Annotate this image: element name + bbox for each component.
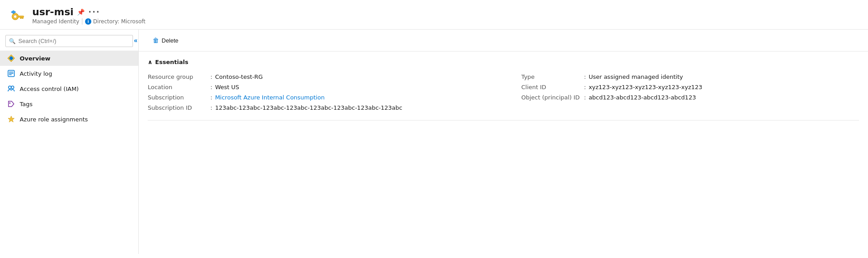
field-value: West US — [215, 84, 239, 90]
essentials-row: Subscription ID : 123abc-123abc-123abc-1… — [148, 103, 504, 113]
essentials-section: ∧ Essentials Resource group : Contoso-te… — [139, 52, 868, 120]
sidebar-item-label: Tags — [20, 101, 33, 108]
svg-point-15 — [11, 86, 14, 89]
sidebar-item-tags[interactable]: Tags — [0, 96, 138, 112]
essentials-row: Client ID : xyz123-xyz123-xyz123-xyz123-… — [522, 82, 859, 92]
overview-icon — [7, 54, 15, 62]
sidebar-item-access-control[interactable]: Access control (IAM) — [0, 81, 138, 96]
toolbar: 🗑 Delete — [139, 30, 868, 52]
field-label: Type — [522, 73, 584, 80]
search-input[interactable] — [5, 35, 133, 47]
field-label: Subscription — [148, 94, 210, 101]
pin-icon[interactable]: 📌 — [77, 9, 85, 16]
activity-log-icon — [7, 69, 15, 77]
main-layout: 🔍 « Overview — [0, 30, 868, 254]
info-icon: i — [85, 18, 91, 25]
directory-info: i Directory: Microsoft — [85, 18, 145, 25]
main-content: 🗑 Delete ∧ Essentials Resource group : C… — [139, 30, 868, 254]
essentials-title: Essentials — [155, 59, 188, 65]
subscription-link[interactable]: Microsoft Azure Internal Consumption — [215, 94, 325, 101]
sidebar-item-overview[interactable]: Overview — [0, 51, 138, 66]
essentials-grid: Resource group : Contoso-test-RG Locatio… — [148, 72, 859, 113]
delete-button[interactable]: 🗑 Delete — [148, 34, 184, 47]
section-divider — [148, 120, 859, 120]
sidebar-item-label: Activity log — [20, 70, 52, 77]
field-value: xyz123-xyz123-xyz123-xyz123-xyz123 — [589, 84, 702, 90]
essentials-right-column: Type : User assigned managed identity Cl… — [504, 72, 859, 113]
sidebar-item-label: Azure role assignments — [20, 116, 88, 123]
field-label: Location — [148, 84, 210, 90]
directory-label: Directory: Microsoft — [93, 18, 145, 25]
essentials-row: Location : West US — [148, 82, 504, 92]
sidebar-item-activity-log[interactable]: Activity log — [0, 66, 138, 81]
field-value: User assigned managed identity — [589, 73, 683, 80]
svg-rect-13 — [9, 74, 12, 75]
essentials-row: Object (principal) ID : abcd123-abcd123-… — [522, 92, 859, 103]
search-icon: 🔍 — [9, 38, 16, 44]
field-value: 123abc-123abc-123abc-123abc-123abc-123ab… — [215, 104, 402, 111]
svg-rect-12 — [9, 73, 13, 74]
field-label: Subscription ID — [148, 104, 210, 111]
search-box: 🔍 « — [5, 35, 133, 47]
field-label: Resource group — [148, 73, 210, 80]
subtitle-divider — [82, 18, 82, 25]
sidebar-item-label: Overview — [20, 55, 51, 62]
svg-point-16 — [9, 103, 11, 104]
field-label: Object (principal) ID — [522, 94, 584, 101]
field-label: Client ID — [522, 84, 584, 90]
essentials-row: Resource group : Contoso-test-RG — [148, 72, 504, 82]
sidebar-nav: Overview Activity log — [0, 51, 138, 127]
tags-icon — [7, 100, 15, 108]
essentials-row: Type : User assigned managed identity — [522, 72, 859, 82]
essentials-header: ∧ Essentials — [148, 59, 859, 65]
delete-icon: 🗑 — [153, 37, 159, 44]
sidebar-item-role-assignments[interactable]: Azure role assignments — [0, 112, 138, 127]
svg-rect-4 — [22, 17, 23, 18]
header-text: usr-msi 📌 ··· Managed Identity i Directo… — [32, 6, 145, 25]
page-header: usr-msi 📌 ··· Managed Identity i Directo… — [0, 0, 868, 30]
more-options-icon[interactable]: ··· — [88, 7, 100, 17]
collapse-sidebar-button[interactable]: « — [134, 37, 137, 44]
delete-label: Delete — [162, 37, 179, 44]
sidebar: 🔍 « Overview — [0, 30, 139, 254]
field-value: abcd123-abcd123-abcd123-abcd123 — [589, 94, 696, 101]
essentials-left-column: Resource group : Contoso-test-RG Locatio… — [148, 72, 504, 113]
field-value: Contoso-test-RG — [215, 73, 263, 80]
essentials-row: Subscription : Microsoft Azure Internal … — [148, 92, 504, 103]
svg-point-14 — [9, 86, 11, 89]
svg-rect-11 — [9, 72, 13, 73]
resource-type-label: Managed Identity — [32, 18, 79, 25]
resource-title: usr-msi 📌 ··· — [32, 6, 145, 17]
collapse-essentials-icon[interactable]: ∧ — [148, 59, 153, 65]
svg-point-2 — [14, 15, 17, 18]
resource-icon — [9, 7, 27, 25]
resource-subtitle: Managed Identity i Directory: Microsoft — [32, 18, 145, 25]
access-control-icon — [7, 85, 15, 93]
role-assignments-icon — [7, 115, 15, 123]
svg-rect-5 — [20, 17, 21, 18]
sidebar-item-label: Access control (IAM) — [20, 86, 79, 92]
